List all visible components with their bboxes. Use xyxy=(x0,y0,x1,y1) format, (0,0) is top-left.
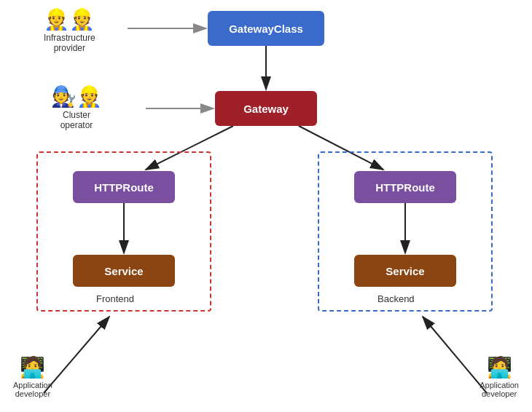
app-dev-right-emoji: 🧑‍💻 xyxy=(487,357,512,379)
infra-provider-emoji: 👷👷 xyxy=(44,9,95,31)
app-dev-left-emoji: 🧑‍💻 xyxy=(20,357,45,379)
gateway-node: Gateway xyxy=(215,91,317,126)
cluster-operator-emoji: 🧑‍🔧👷 xyxy=(51,86,102,108)
infra-provider-actor: 👷👷 Infrastructure provider xyxy=(44,9,95,53)
service-right-node: Service xyxy=(354,255,456,287)
cluster-operator-actor: 🧑‍🔧👷 Cluster operator xyxy=(51,86,102,130)
infra-provider-label: Infrastructure provider xyxy=(44,33,95,53)
app-dev-left-label: Application developer xyxy=(13,381,52,398)
app-dev-right-label: Application developer xyxy=(480,381,519,398)
httproute-left-node: HTTPRoute xyxy=(73,171,175,203)
app-dev-right-actor: 🧑‍💻 Application developer xyxy=(480,357,519,398)
diagram: Frontend Backend GatewayClass Gateway HT… xyxy=(0,0,532,412)
svg-line-11 xyxy=(423,317,487,393)
gateway-class-node: GatewayClass xyxy=(208,11,324,46)
backend-label: Backend xyxy=(378,293,415,304)
app-dev-left-actor: 🧑‍💻 Application developer xyxy=(13,357,52,398)
svg-line-10 xyxy=(44,317,109,393)
cluster-operator-label: Cluster operator xyxy=(60,110,93,130)
frontend-label: Frontend xyxy=(96,293,134,304)
service-left-node: Service xyxy=(73,255,175,287)
httproute-right-node: HTTPRoute xyxy=(354,171,456,203)
